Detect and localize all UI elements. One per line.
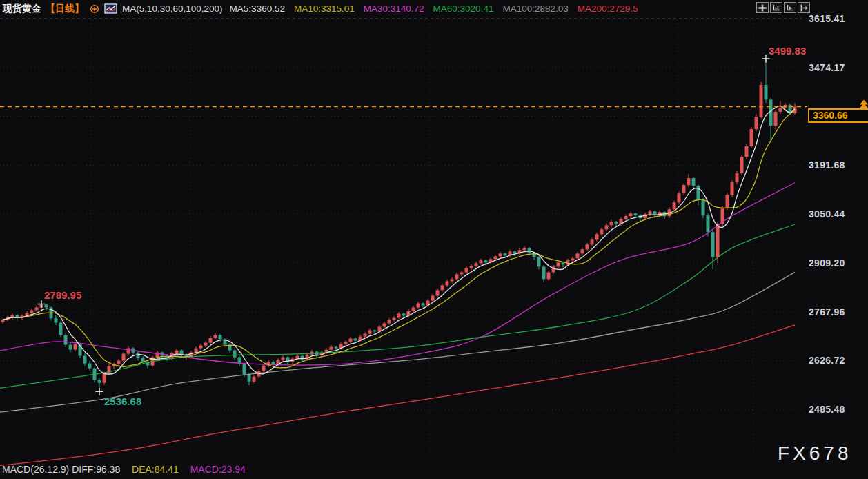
ma30-value: MA30:3140.72 (364, 3, 424, 14)
y-axis-label: 2626.72 (809, 355, 845, 366)
y-axis-label: 2485.48 (809, 404, 845, 415)
pop-out-icon[interactable] (798, 2, 810, 13)
timeframe-label: 【日线】 (46, 3, 84, 15)
fx678-watermark: FX678 (778, 442, 852, 465)
price-axis-icon[interactable] (770, 2, 782, 13)
y-axis-label: 3615.41 (809, 13, 845, 24)
chart-window: 现货黄金 【日线】 MA(5,10,30,60,100,200) MA5:336… (0, 0, 868, 479)
y-axis-label: 3050.44 (809, 208, 845, 219)
chart-toolbar (756, 2, 810, 13)
ma5-value: MA5:3360.52 (230, 3, 285, 14)
price-annotation-low: 2536.68 (104, 395, 141, 407)
y-axis-label: 2767.96 (809, 306, 845, 317)
ma10-value: MA10:3315.01 (294, 3, 355, 14)
ma60-value: MA60:3020.41 (433, 3, 494, 14)
symbol-title: 现货黄金 (3, 3, 41, 15)
y-axis-label: 3474.17 (809, 62, 845, 73)
macd-status-bar: MACD(26.12.9) DIFF:96.38 DEA:84.41 MACD:… (2, 464, 255, 475)
y-axis-label: 3191.68 (809, 159, 845, 170)
chart-type-icon[interactable] (104, 3, 117, 14)
price-annotation-high-1: 2789.95 (44, 289, 81, 301)
macd-diff-value: MACD(26.12.9) DIFF:96.38 (2, 464, 120, 475)
ma100-value: MA100:2882.03 (502, 3, 568, 14)
add-indicator-icon[interactable] (90, 4, 99, 14)
auto-fit-icon[interactable] (784, 2, 796, 13)
crosshair-move-icon[interactable] (756, 2, 769, 13)
macd-dea-value: DEA:84.41 (132, 464, 179, 475)
y-axis-label: 2909.20 (809, 257, 845, 268)
current-price-label: 3360.66 (808, 108, 868, 123)
ma-settings-label: MA(5,10,30,60,100,200) (122, 3, 223, 14)
price-annotation-high-2: 3499.83 (769, 45, 806, 57)
chart-header: 现货黄金 【日线】 MA(5,10,30,60,100,200) MA5:336… (3, 0, 647, 17)
ma200-value: MA200:2729.5 (578, 3, 638, 14)
macd-value: MACD:23.94 (190, 464, 246, 475)
